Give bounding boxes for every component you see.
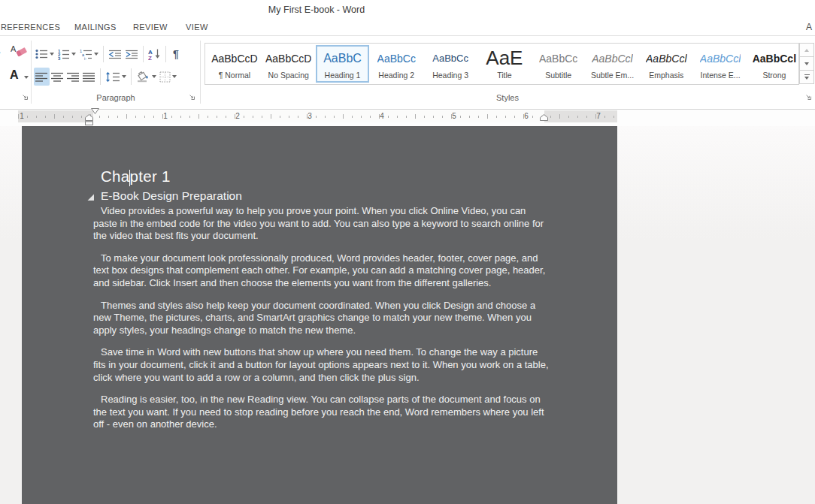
eraser-icon: A — [11, 43, 29, 59]
style-heading-1[interactable]: AaBbC Heading 1 — [316, 45, 370, 83]
justify-icon — [83, 72, 95, 82]
heading-collapse-icon[interactable] — [87, 194, 95, 201]
align-right-button[interactable] — [65, 68, 81, 86]
justify-button[interactable] — [81, 68, 97, 86]
numbering-button[interactable]: 123 — [56, 45, 77, 63]
toolbar-separator — [165, 46, 166, 62]
multilevel-list-icon: 1ai- — [79, 49, 92, 60]
shading-button[interactable] — [135, 68, 158, 86]
style-preview: AaBbCcl — [753, 47, 796, 70]
document-body[interactable]: Video provides a powerful way to help yo… — [93, 205, 550, 441]
ruler-number: 1 — [18, 112, 26, 120]
borders-icon — [159, 71, 171, 83]
toolbar-separator — [143, 46, 144, 62]
clear-formatting-button[interactable]: A — [11, 43, 29, 59]
ruler-number: 5 — [450, 112, 458, 120]
text-cursor — [129, 170, 130, 186]
style-preview: AaBbCcl — [592, 47, 632, 70]
increase-indent-button[interactable] — [123, 45, 140, 63]
chevron-down-icon — [94, 53, 98, 56]
styles-dialog-launcher[interactable] — [803, 92, 813, 102]
ribbon: ▾ A A — [0, 36, 815, 110]
ruler-number: 6 — [523, 112, 530, 120]
align-left-icon — [35, 72, 48, 82]
style-label: Strong — [762, 71, 786, 80]
sort-button[interactable]: A Z — [147, 45, 162, 63]
body-paragraph[interactable]: Save time in Word with new buttons that … — [93, 346, 550, 384]
style-label: Subtitle — [545, 71, 571, 80]
align-left-button[interactable] — [34, 68, 50, 86]
gallery-scroll-down-button[interactable] — [799, 56, 814, 71]
multilevel-list-button[interactable]: 1ai- — [77, 45, 100, 63]
body-paragraph[interactable]: Video provides a powerful way to help yo… — [93, 205, 550, 243]
gallery-more-button[interactable] — [799, 70, 814, 84]
style-intense-e[interactable]: AaBbCcl Intense E... — [693, 45, 747, 83]
chevron-down-icon — [804, 77, 809, 80]
align-center-button[interactable] — [50, 68, 65, 86]
dialog-launcher-icon — [188, 93, 195, 101]
style-title[interactable]: AaE Title — [477, 45, 532, 83]
show-paragraph-marks-button[interactable]: ¶ — [169, 45, 183, 63]
tab-mailings[interactable]: MAILINGS — [74, 23, 117, 32]
style-preview: AaBbCc — [432, 47, 468, 70]
style-preview: AaBbCcl — [646, 47, 686, 70]
styles-gallery: AaBbCcD ¶ Normal AaBbCcD No Spacing AaBb… — [205, 43, 799, 85]
font-color-a-glyph: A — [10, 68, 19, 82]
dialog-launcher-icon — [804, 93, 812, 101]
hanging-indent-marker[interactable] — [85, 114, 93, 125]
paragraph-dialog-launcher[interactable] — [186, 92, 197, 102]
borders-button[interactable] — [158, 68, 178, 86]
paragraph-group-label: Paragraph — [32, 93, 200, 102]
window-title: My First E-book - Word — [268, 5, 365, 15]
style-preview: AaBbCc — [377, 47, 416, 70]
style-preview: AaBbCcD — [265, 47, 311, 70]
sort-icon: A Z — [148, 48, 161, 60]
style-emphasis[interactable]: AaBbCcl Emphasis — [639, 45, 693, 83]
ruler-number: 1 — [162, 112, 169, 120]
tab-view[interactable]: VIEW — [186, 23, 208, 32]
style-normal[interactable]: AaBbCcD ¶ Normal — [208, 45, 262, 83]
line-spacing-button[interactable] — [104, 68, 128, 86]
gallery-scroll-up-button[interactable] — [799, 43, 814, 57]
style-heading-3[interactable]: AaBbCc Heading 3 — [423, 45, 477, 83]
body-paragraph[interactable]: Reading is easier, too, in the new Readi… — [93, 394, 550, 431]
font-color-button[interactable]: A — [8, 68, 32, 86]
cutoff-dropdown-icon[interactable]: ▾ — [0, 50, 5, 57]
more-line-icon — [804, 74, 810, 75]
titlebar: My First E-book - Word — [0, 0, 815, 20]
ruler-number: 2 — [234, 112, 241, 120]
document-canvas: Chapter 1 E-Book Design Preparation Vide… — [0, 126, 815, 504]
chevron-down-icon — [804, 62, 809, 65]
style-label: Emphasis — [649, 71, 683, 80]
bullets-button[interactable] — [34, 45, 56, 63]
chevron-down-icon — [24, 76, 29, 79]
style-label: Heading 2 — [378, 71, 414, 80]
document-page[interactable]: Chapter 1 E-Book Design Preparation Vide… — [22, 126, 617, 504]
style-subtitle[interactable]: AaBbCc Subtitle — [532, 45, 586, 83]
decrease-indent-button[interactable] — [107, 45, 123, 63]
svg-text:3: 3 — [58, 56, 61, 59]
font-dialog-launcher[interactable] — [20, 92, 30, 102]
styles-gallery-scroll — [799, 43, 814, 86]
tab-review[interactable]: REVIEW — [133, 23, 168, 32]
tab-references[interactable]: REFERENCES — [1, 23, 60, 32]
ribbon-fragment-a: A — [806, 22, 812, 32]
style-no-spacing[interactable]: AaBbCcD No Spacing — [262, 45, 316, 83]
style-preview: AaBbCcD — [211, 47, 257, 70]
style-subtle-em[interactable]: AaBbCcl Subtle Em... — [586, 45, 640, 83]
paragraph-row2 — [34, 67, 178, 86]
right-indent-marker[interactable] — [540, 114, 548, 121]
chapter-heading[interactable]: Chapter 1 — [101, 167, 171, 186]
body-paragraph[interactable]: To make your document look professionall… — [93, 252, 550, 290]
style-heading-2[interactable]: AaBbCc Heading 2 — [369, 45, 423, 83]
style-label: Heading 1 — [325, 71, 361, 80]
section-heading[interactable]: E-Book Design Preparation — [101, 189, 242, 203]
style-strong[interactable]: AaBbCcl Strong — [747, 45, 799, 83]
ruler-number: 7 — [595, 112, 602, 120]
chevron-up-icon — [804, 49, 809, 52]
first-line-indent-marker[interactable] — [91, 108, 99, 114]
dialog-launcher-icon — [21, 93, 29, 101]
chevron-down-icon — [50, 53, 54, 56]
body-paragraph[interactable]: Themes and styles also help keep your do… — [93, 300, 550, 337]
increase-indent-icon — [125, 50, 138, 59]
